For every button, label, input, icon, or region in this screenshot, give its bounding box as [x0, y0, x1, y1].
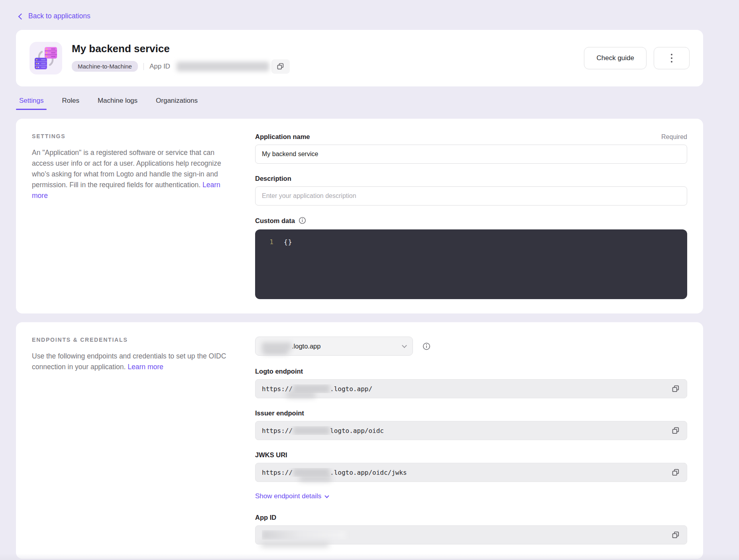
copy-app-id-button[interactable] — [271, 59, 290, 74]
copy-icon — [672, 427, 679, 434]
editor-code-content: {} — [284, 237, 292, 247]
redacted-segment — [293, 384, 330, 393]
redacted-segment — [293, 426, 330, 435]
jwks-uri-label: JWKS URI — [255, 451, 687, 459]
editor-line-number: 1 — [255, 237, 273, 247]
logto-endpoint-field: https:// .logto.app/ — [255, 379, 687, 398]
copy-icon — [672, 469, 679, 476]
settings-card: SETTINGS An "Application" is a registere… — [16, 119, 703, 313]
app-type-badge: Machine-to-Machine — [72, 61, 138, 72]
show-endpoint-details-toggle[interactable]: Show endpoint details — [255, 492, 328, 500]
description-label: Description — [255, 175, 291, 182]
app-id-redacted-value — [177, 62, 269, 71]
settings-section-description: An "Application" is a registered softwar… — [32, 147, 231, 201]
redacted-segment — [262, 530, 346, 540]
endpoints-card: ENDPOINTS & CREDENTIALS Use the followin… — [16, 322, 703, 559]
endpoints-section-heading: ENDPOINTS & CREDENTIALS — [32, 337, 231, 343]
domain-select[interactable]: .logto.app — [255, 337, 413, 356]
issuer-endpoint-label: Issuer endpoint — [255, 409, 687, 417]
app-id-field — [255, 525, 687, 544]
app-header-info: My backend service Machine-to-Machine Ap… — [72, 43, 290, 73]
app-id-label: App ID — [149, 63, 170, 70]
kebab-icon — [671, 54, 673, 56]
copy-logto-endpoint-button[interactable] — [669, 382, 682, 395]
domain-suffix: .logto.app — [292, 343, 320, 350]
back-to-applications-link[interactable]: Back to applications — [19, 12, 90, 20]
app-logo-icon — [29, 42, 62, 74]
copy-jwks-uri-button[interactable] — [669, 466, 682, 479]
custom-data-code-editor[interactable]: 1 {} — [255, 229, 687, 299]
redaction-smudge — [261, 542, 329, 547]
tab-organizations[interactable]: Organizations — [156, 97, 198, 110]
copy-icon — [672, 531, 679, 538]
jwks-uri-field: https:// .logto.app/oidc/jwks — [255, 463, 687, 482]
back-row: Back to applications — [0, 0, 739, 20]
settings-section-heading: SETTINGS — [32, 133, 231, 139]
page-title: My backend service — [72, 43, 290, 55]
domain-redacted-prefix — [262, 342, 291, 350]
back-link-label: Back to applications — [28, 12, 90, 20]
tab-settings[interactable]: Settings — [19, 97, 43, 110]
endpoints-learn-more-link[interactable]: Learn more — [128, 363, 163, 371]
custom-data-label: Custom data — [255, 217, 295, 225]
divider — [143, 63, 144, 70]
tab-roles[interactable]: Roles — [62, 97, 79, 110]
copy-icon — [277, 63, 284, 70]
application-name-label: Application name — [255, 133, 310, 141]
chevron-down-icon — [325, 493, 329, 498]
tab-bar: Settings Roles Machine logs Organization… — [19, 97, 739, 110]
chevron-left-icon — [18, 13, 25, 20]
application-name-input[interactable] — [255, 145, 687, 164]
required-hint: Required — [661, 133, 687, 141]
endpoints-section-description: Use the following endpoints and credenti… — [32, 351, 231, 372]
app-id-field-label: App ID — [255, 514, 687, 521]
logto-endpoint-label: Logto endpoint — [255, 368, 687, 375]
tab-machine-logs[interactable]: Machine logs — [98, 97, 138, 110]
app-header-card: My backend service Machine-to-Machine Ap… — [16, 30, 703, 86]
copy-issuer-endpoint-button[interactable] — [669, 424, 682, 437]
more-actions-button[interactable] — [654, 47, 690, 69]
custom-data-info-icon[interactable] — [299, 217, 307, 225]
description-input[interactable] — [255, 186, 687, 206]
domain-info-icon[interactable] — [423, 342, 430, 350]
chevron-down-icon — [402, 343, 407, 348]
copy-app-id-value-button[interactable] — [669, 529, 682, 541]
check-guide-button[interactable]: Check guide — [584, 47, 647, 69]
issuer-endpoint-field: https:// logto.app/oidc — [255, 421, 687, 440]
page: Back to applications — [0, 0, 739, 559]
redacted-segment — [293, 468, 330, 477]
copy-icon — [672, 385, 679, 392]
redaction-smudge — [263, 350, 288, 354]
